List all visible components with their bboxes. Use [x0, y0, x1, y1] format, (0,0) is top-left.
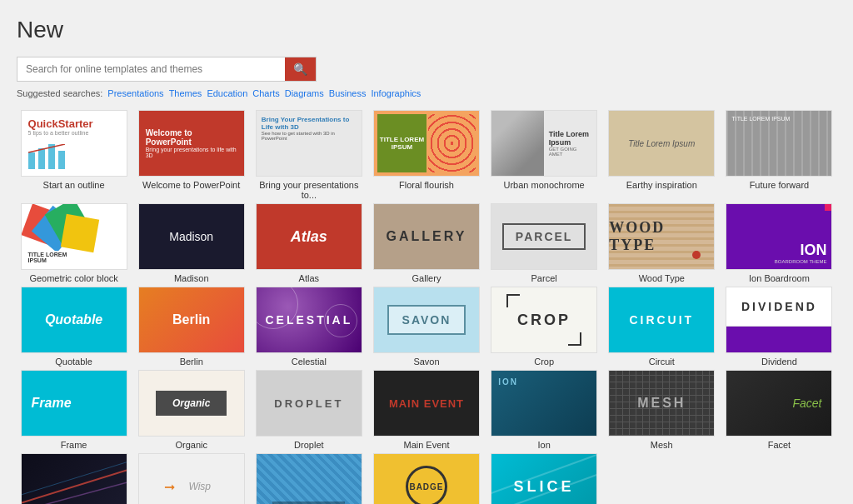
suggested-link-presentations[interactable]: Presentations: [107, 88, 163, 98]
template-label-woodtype: Wood Type: [639, 273, 685, 283]
template-label-mainevent: Main Event: [403, 440, 449, 450]
template-label-dividend: Dividend: [761, 357, 797, 367]
template-woodtype[interactable]: WOOD TYPE Wood Type: [605, 203, 719, 283]
template-future[interactable]: TITLE LOREM IPSUM Future forward: [722, 110, 836, 200]
template-circuit[interactable]: CIRCUIT Circuit: [605, 287, 719, 367]
template-urban[interactable]: Title LoremIpsum GET GOING AMET Urban mo…: [487, 110, 601, 200]
template-wisp[interactable]: ➞ Wisp Wisp: [134, 453, 248, 504]
template-frame[interactable]: Frame Frame: [17, 370, 131, 450]
template-dividend[interactable]: DIVIDEND Dividend: [722, 287, 836, 367]
template-label-circuit: Circuit: [649, 357, 675, 367]
template-celestial[interactable]: CELESTIAL Celestial: [252, 287, 366, 367]
template-parcel[interactable]: PARCEL Parcel: [487, 203, 601, 283]
template-atlas[interactable]: Atlas Atlas: [252, 203, 366, 283]
template-quickstarter[interactable]: QuickStarter 5 tips to a better outline …: [17, 110, 131, 200]
template-ion2[interactable]: ION Ion: [487, 370, 601, 450]
search-bar: 🔍: [17, 57, 317, 82]
suggested-link-diagrams[interactable]: Diagrams: [285, 88, 324, 98]
template-label-organic: Organic: [175, 440, 207, 450]
templates-grid: QuickStarter 5 tips to a better outline …: [17, 110, 836, 504]
template-label-madison: Madison: [174, 273, 209, 283]
template-mesh[interactable]: MESH Mesh: [605, 370, 719, 450]
template-label-facet: Facet: [768, 440, 791, 450]
template-label-parcel: Parcel: [531, 273, 557, 283]
suggested-label: Suggested searches:: [17, 88, 102, 98]
template-berlin[interactable]: Berlin Berlin: [134, 287, 248, 367]
suggested-link-charts[interactable]: Charts: [252, 88, 279, 98]
suggested-link-themes[interactable]: Themes: [169, 88, 202, 98]
template-quotable[interactable]: Quotable Quotable: [17, 287, 131, 367]
template-label-quickstarter: Start an outline: [43, 180, 105, 190]
suggested-link-infographics[interactable]: Infographics: [371, 88, 421, 98]
template-label-geometric: Geometric color block: [29, 273, 117, 283]
template-label-welcome: Welcome to PowerPoint: [142, 180, 240, 190]
template-organic[interactable]: Organic Organic: [134, 370, 248, 450]
template-label-droplet: Droplet: [294, 440, 323, 450]
template-label-ion: Ion Boardroom: [749, 273, 810, 283]
template-droplet[interactable]: DROPLET Droplet: [252, 370, 366, 450]
template-facet[interactable]: Facet Facet: [722, 370, 836, 450]
suggested-searches: Suggested searches: Presentations Themes…: [17, 88, 836, 98]
template-slice[interactable]: SLICE Slice: [487, 453, 601, 504]
template-label-quotable: Quotable: [55, 357, 92, 367]
template-label-savon: Savon: [413, 357, 439, 367]
suggested-link-business[interactable]: Business: [329, 88, 367, 98]
template-vaportrail[interactable]: VAPOR TRAIL Vapor Trail: [17, 453, 131, 504]
template-bring[interactable]: Bring Your Presentations to Life with 3D…: [252, 110, 366, 200]
template-crop[interactable]: CROP Crop: [487, 287, 601, 367]
template-label-bring: Bring your presentations to...: [252, 180, 366, 200]
template-mainevent[interactable]: MAIN EVENT Main Event: [369, 370, 483, 450]
template-label-frame: Frame: [61, 440, 87, 450]
svg-rect-3: [58, 151, 65, 169]
page-title: New: [17, 17, 836, 43]
template-label-ion2: Ion: [537, 440, 550, 450]
template-label-gallery: Gallery: [412, 273, 441, 283]
template-label-floral: Floral flourish: [399, 180, 454, 190]
template-badge[interactable]: BADGE Badge: [369, 453, 483, 504]
template-label-urban: Urban monochrome: [504, 180, 585, 190]
svg-rect-0: [28, 152, 35, 169]
template-earthy[interactable]: Title Lorem Ipsum Earthy inspiration: [605, 110, 719, 200]
template-ion[interactable]: ION BOARDROOM THEME Ion Boardroom: [722, 203, 836, 283]
svg-line-7: [22, 462, 127, 495]
template-madison[interactable]: Madison Madison: [134, 203, 248, 283]
search-button[interactable]: 🔍: [285, 57, 316, 81]
template-savon[interactable]: SAVON Savon: [369, 287, 483, 367]
suggested-link-education[interactable]: Education: [207, 88, 247, 98]
template-label-mesh: Mesh: [651, 440, 673, 450]
template-geometric[interactable]: TITLE LOREMIPSUM Geometric color block: [17, 203, 131, 283]
svg-rect-1: [38, 148, 45, 169]
template-label-future: Future forward: [750, 180, 810, 190]
template-label-crop: Crop: [534, 357, 554, 367]
template-label-earthy: Earthy inspiration: [626, 180, 697, 190]
template-floral[interactable]: TITLE LOREMIPSUM Floral flourish: [369, 110, 483, 200]
search-input[interactable]: [17, 58, 285, 80]
template-label-celestial: Celestial: [292, 357, 327, 367]
template-label-berlin: Berlin: [180, 357, 203, 367]
template-integral[interactable]: INTEGRAL Integral: [252, 453, 366, 504]
template-label-atlas: Atlas: [299, 273, 319, 283]
template-welcome[interactable]: Welcome to PowerPoint Bring your present…: [134, 110, 248, 200]
template-gallery[interactable]: GALLERY Gallery: [369, 203, 483, 283]
